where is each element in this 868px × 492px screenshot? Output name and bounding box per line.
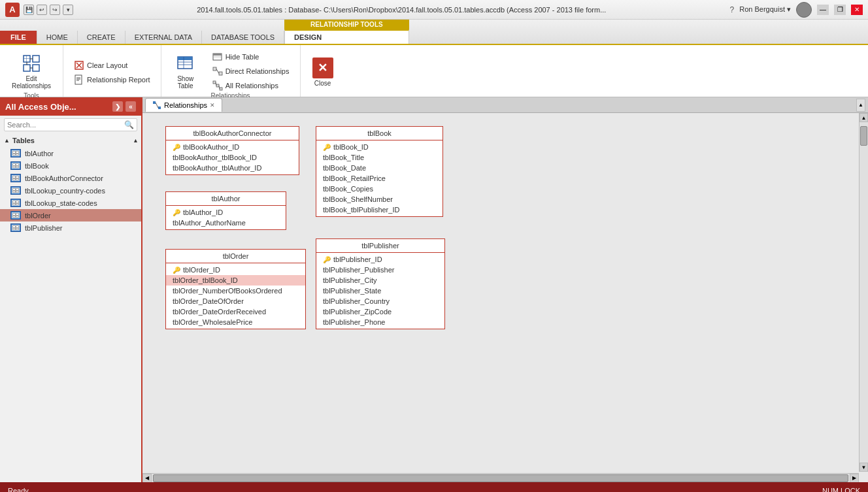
relationship-report-icon [74,74,84,85]
table-icon [10,161,21,170]
table-item-tblBook[interactable]: tblBook [0,159,141,172]
tab-create[interactable]: CREATE [78,31,125,44]
close-btn-ribbon[interactable]: ✕ Close [309,54,337,91]
field-name: tblPublisher_Publisher [323,266,394,274]
scroll-thumb-h[interactable] [153,474,848,482]
table-row: tblPublisher_Country [316,296,444,306]
table-name: tblLookup_country-codes [25,187,105,195]
save-btn[interactable]: 💾 [24,5,34,15]
field-name: tblBook_Copies [323,185,373,193]
user-label[interactable]: Ron Bergquist ▾ [739,5,791,14]
tab-relationships[interactable]: Relationships ✕ [145,98,222,112]
tab-scroll-up[interactable]: ▲ [856,99,865,112]
tab-bar: Relationships ✕ ▲ [142,97,868,113]
svg-rect-1 [24,58,30,59]
help-btn[interactable]: ? [730,5,735,14]
field-name: tblBook_Title [323,154,364,161]
table-item-tblOrder[interactable]: tblOrder [0,209,141,221]
show-table-btn[interactable]: ShowTable [169,50,202,92]
search-input[interactable] [7,121,124,129]
table-name: tblOrder [25,212,51,220]
table-body: 🔑 tblBookAuthor_ID tblBookAuthor_tblBook… [166,140,299,174]
sidebar-title: All Access Obje... [5,102,76,112]
tools-label2 [71,94,153,97]
table-item-tblAuthor[interactable]: tblAuthor [0,147,141,159]
scroll-up-arrow[interactable]: ▲ [860,113,868,122]
scrollbar-vertical[interactable]: ▲ ▼ [859,113,868,472]
tab-file[interactable]: FILE [0,31,37,44]
field-name: tblOrder_tblBook_ID [173,276,238,284]
tab-close-btn[interactable]: ✕ [210,102,215,108]
scroll-left-arrow[interactable]: ◀ [142,474,152,483]
tab-label: Relationships [164,101,207,109]
ribbon-group-tools2: Clear Layout Relationship Report [63,45,161,97]
edit-relationships-btn[interactable]: EditRelationships [8,50,55,92]
sidebar-expand-btn[interactable]: ❯ [112,101,123,112]
table-item-tblBookAuthorConnector[interactable]: tblBookAuthorConnector [0,172,141,184]
tools-small-btns: Clear Layout Relationship Report [71,59,153,86]
field-name: tblBook_tblPublisher_ID [323,206,399,214]
table-box-tblBookAuthorConnector: tblBookAuthorConnector 🔑 tblBookAuthor_I… [165,126,299,175]
minimize-btn[interactable]: — [817,5,829,15]
ribbon-group-tools: EditRelationships Tools [0,45,63,97]
edit-relationships-icon [21,53,42,74]
direct-relationships-btn[interactable]: Direct Relationships [210,65,292,78]
svg-rect-22 [213,54,222,56]
hide-table-btn[interactable]: Hide Table [210,50,292,63]
tab-external-data[interactable]: EXTERNAL DATA [125,31,202,44]
table-row: tblAuthor_AuthorName [166,218,286,228]
svg-rect-2 [26,56,27,62]
scroll-thumb-v[interactable] [860,126,867,146]
table-item-tblLookup-state[interactable]: tblLookup_state-codes [0,197,141,209]
field-name: tblPublisher_State [323,287,381,295]
all-relationships-btn[interactable]: All Relationships [210,79,292,92]
field-name: tblPublisher_ID [333,255,382,263]
sidebar-header-icons: ❯ « [112,101,136,112]
tab-database-tools[interactable]: DATABASE TOOLS [202,31,284,44]
table-item-tblLookup-country[interactable]: tblLookup_country-codes [0,184,141,197]
close-btn[interactable]: ✕ [851,5,863,15]
field-name: tblPublisher_Country [323,297,390,305]
field-name: tblOrder_ID [183,266,220,274]
scroll-right-arrow[interactable]: ▶ [850,474,859,483]
svg-rect-17 [178,57,192,60]
table-row: tblPublisher_ZipCode [316,306,444,317]
clear-layout-btn[interactable]: Clear Layout [71,59,153,72]
sidebar-collapse-btn[interactable]: « [125,101,136,112]
undo-btn[interactable]: ↩ [37,5,47,15]
tab-home[interactable]: HOME [37,31,78,44]
table-body: 🔑 tblPublisher_ID tblPublisher_Publisher… [316,253,444,329]
svg-rect-0 [24,56,30,62]
tables-section-header[interactable]: ▲ Tables ▴ [0,134,141,147]
table-icon [10,211,21,220]
close-label: Close [314,80,331,87]
relationship-report-btn[interactable]: Relationship Report [71,73,153,86]
relationships-small-btns: Hide Table Direct Relationships All Rela… [210,50,292,92]
title-bar: A 💾 ↩ ↪ ▾ 2014.fall.tools.05.01.tables :… [0,0,868,20]
scrollbar-horizontal[interactable]: ◀ ▶ [142,473,859,482]
table-item-tblPublisher[interactable]: tblPublisher [0,221,141,234]
customize-btn[interactable]: ▾ [63,5,73,15]
svg-rect-12 [75,75,82,84]
svg-rect-29 [220,88,222,90]
table-icon [10,199,21,207]
tab-design[interactable]: DESIGN [284,29,409,44]
table-header: tblAuthor [166,192,286,206]
table-row: tblBook_Date [316,163,442,173]
table-row: 🔑 tblBook_ID [316,142,442,152]
redo-btn[interactable]: ↪ [50,5,60,15]
scroll-down-arrow[interactable]: ▼ [860,463,868,472]
field-name: tblBook_ShelfNumber [323,195,393,203]
tables-label: Tables [12,137,35,144]
field-name: tblOrder_DateOrderReceived [173,308,266,316]
quick-access-toolbar: 💾 ↩ ↪ ▾ [24,5,73,15]
restore-btn[interactable]: ❐ [834,5,846,15]
field-name: tblPublisher_Phone [323,318,385,326]
table-row: tblBookAuthor_tblBook_ID [166,152,299,163]
field-name: tblPublisher_City [323,276,377,284]
table-row: tblBook_tblPublisher_ID [316,205,442,215]
table-row: tblPublisher_City [316,275,444,286]
pk-icon: 🔑 [173,267,180,274]
table-row: tblBook_Title [316,152,442,163]
all-relationships-icon [212,80,223,91]
